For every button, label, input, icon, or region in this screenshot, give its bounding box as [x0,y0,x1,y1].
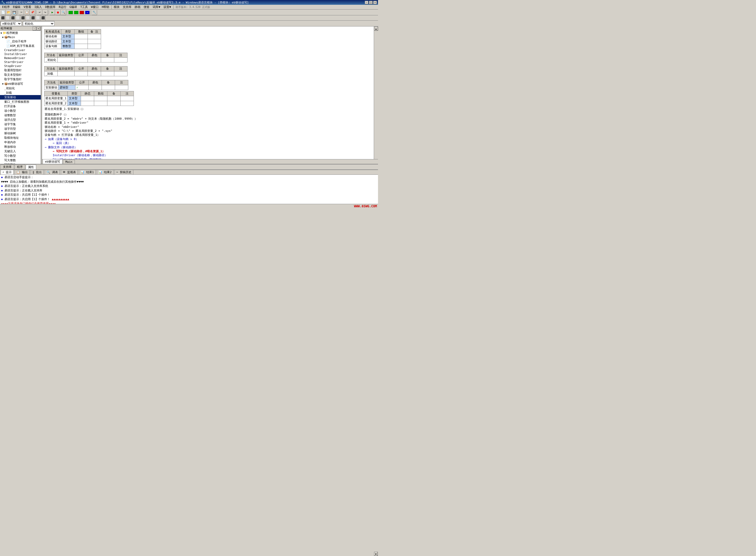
btn-stop[interactable]: ■ [55,10,61,15]
tree-item[interactable]: 读浮点型 [0,117,41,122]
bottom-tab-props[interactable]: 属性 [26,165,36,169]
btn-new[interactable]: 📄 [1,10,6,15]
tb2-btn2[interactable]: ⬜ [6,15,10,21]
btn-paste[interactable]: 📌 [30,10,35,15]
tree-item[interactable]: 窗口_打开模板图形 [0,100,41,104]
btn-copy[interactable]: 📋 [24,10,30,15]
btn-cut[interactable]: ✂ [19,10,24,15]
bottom-tab-program[interactable]: 程序 [14,165,25,169]
output-tab-result1[interactable]: 📊 结果1 [79,170,96,175]
left-panel-close[interactable]: × [37,27,40,30]
output-tab-result2[interactable]: 📊 结果2 [97,170,113,175]
tb2-btn8[interactable]: ⬜ [36,15,40,21]
tree-item[interactable]: 读字符型 [0,127,41,131]
tb2-btn4[interactable]: ⬜ [15,15,21,21]
tree-item[interactable]: InstallDriver [0,52,41,56]
menu-program[interactable]: E程序 [1,5,11,9]
menu-db[interactable]: D数据库 [44,5,58,9]
btn-run3[interactable] [74,10,79,14]
menu-libs[interactable]: 支持库 [121,5,133,9]
tree-item[interactable]: _初始化 [0,86,41,91]
tree-item[interactable]: 写小数型 [0,153,41,158]
tree-item[interactable]: 写字节集 [0,163,41,164]
tb2-btn7[interactable]: ⬛ [31,15,35,21]
output-text: 易语言提示：正在载入支持库系统 [4,184,48,188]
menu-compile[interactable]: G编译 [68,5,79,9]
tree-item[interactable]: 取通用型指针 [0,68,41,73]
tree-item[interactable]: 读字节集 [0,122,41,127]
menu-window[interactable]: W窗口 [89,5,100,9]
menu-run[interactable]: R运行 [57,5,68,9]
tb2-btn5[interactable]: ⬛ [21,15,26,21]
vscrollbar[interactable]: ▲ ▼ [374,27,378,159]
tree-item[interactable]: 驱动操树 [0,131,41,136]
tb2-btn6[interactable]: ⬜ [26,15,30,21]
menu-view[interactable]: V查看 [22,5,33,9]
menu-static[interactable]: 静画 [133,5,142,9]
tree-item[interactable]: ▼ 📦 Main [0,35,41,39]
tree-item[interactable]: 读小数型 [0,109,41,113]
tree-item[interactable]: 释放移动 [0,145,41,149]
output-tab-watch[interactable]: 👁 监视表 [61,170,78,175]
tree-item[interactable]: _卸载 [0,91,41,95]
bottom-tab-libs[interactable]: 支持库 [1,165,14,169]
output-tab-batch[interactable]: ‖ 批出 [31,170,44,175]
output-tab-output[interactable]: 📋 输出 [14,170,30,175]
tree-item[interactable]: 取模块地址 [0,136,41,140]
tree-item[interactable]: 取字节集指针 [0,77,41,81]
restore-btn[interactable]: □ [369,1,373,4]
editor-tab-main[interactable]: Main [63,160,75,164]
btn-save[interactable]: 💾 [12,10,17,15]
minimize-btn[interactable]: — [365,1,369,4]
menu-notes[interactable]: 便签 [142,5,151,9]
tree-item[interactable]: 申请内存 [0,140,41,145]
code-line: → 删除文件（驱动路径） [44,145,372,149]
editor-tab-ebdriver[interactable]: eb驱动读写 [43,159,63,164]
tree-item[interactable]: 📄 _启动子程序 [0,39,41,44]
close-btn[interactable]: × [373,1,377,4]
var-note1 [107,101,121,106]
tree-item-selected[interactable]: 安装驱动 [0,95,41,100]
output-tab-hint[interactable]: ⚡ 提示 [1,170,13,175]
tree-item[interactable]: ▼ 📁 程序树搜 [0,31,41,35]
menu-insert[interactable]: I插入 [33,5,44,9]
menu-dict[interactable]: 词库▼ [151,5,162,9]
btn-debug[interactable]: 🔍 [61,10,66,15]
btn-skip[interactable]: → [85,10,90,14]
left-panel-collapse[interactable]: - [33,27,36,30]
left-panel: 程序树搜 - × ▼ 📁 程序树搜 ▼ 📦 Main 📄 _启动子程序 [0,27,41,164]
btn-run[interactable]: ▶ [50,10,55,15]
btn-undo[interactable]: ↩ [37,10,42,15]
tree-item[interactable]: 读整数型 [0,113,41,117]
btn-redo[interactable]: ↪ [43,10,48,15]
menu-settings[interactable]: 设置▼ [162,5,173,9]
tree-item[interactable]: 📄 ASM_机字节集基底 [0,44,41,48]
menu-module[interactable]: 模块 [112,5,121,9]
menu-edit[interactable]: E编辑 [11,5,22,9]
btn-run2[interactable] [68,10,73,14]
tree-item[interactable]: StartDriver [0,60,41,64]
tree-item[interactable]: 无键且入 [0,149,41,153]
btn-stop2[interactable] [79,10,84,14]
output-tab-history[interactable]: ✂ 剪辑历史 [115,170,133,175]
tb2-btn1[interactable]: ⬛ [1,15,5,21]
menu-help[interactable]: H帮助 [100,5,111,9]
tree-item[interactable]: 写大整数 [0,158,41,163]
function-select[interactable]: 初始化 [23,21,54,26]
tree-item[interactable]: ▼ 📦 eb驱动读写 [0,81,41,86]
module-select[interactable]: e驱动读写 [1,21,22,26]
tree-item[interactable]: StopDriver [0,64,41,68]
tree-label: Main [8,35,15,39]
menu-tools[interactable]: T工具 [79,5,89,9]
tb2-btn3[interactable]: ⬛ [10,15,15,21]
tree-item[interactable]: 取文本型指针 [0,73,41,77]
tree-item[interactable]: RemoveDriver [0,56,41,60]
btn-open[interactable]: 📂 [6,10,11,15]
code-area[interactable]: 私有成员名 类型 数组 备 注 驱动名称 文本型 驱动路径 文本型 [42,27,374,159]
tree-item[interactable]: CreateDriver [0,48,41,52]
btn-extra1[interactable]: 🔧 [92,10,97,15]
tb2-btn9[interactable]: ⬛ [41,15,45,21]
output-tab-debug[interactable]: 🔍 调表 [45,170,60,175]
scroll-up-btn[interactable]: ▲ [374,27,378,31]
tree-item[interactable]: 打开设备 [0,104,41,109]
